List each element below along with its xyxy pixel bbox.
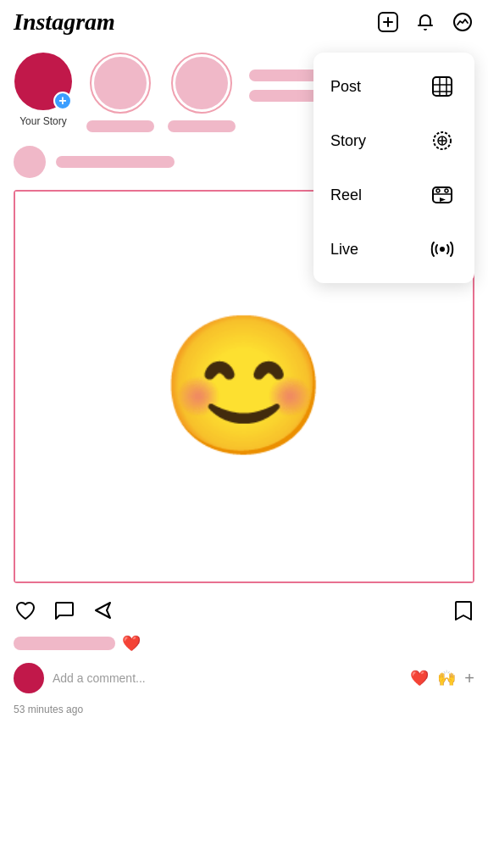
live-icon: [427, 234, 458, 264]
your-story-item[interactable]: + Your Story: [14, 53, 73, 127]
comment-user-avatar: [14, 663, 44, 693]
header: Instagram: [0, 0, 488, 44]
action-bar: [0, 590, 488, 631]
likes-bar: [14, 637, 115, 650]
dropdown-post[interactable]: Post: [313, 59, 474, 114]
messenger-icon[interactable]: [451, 10, 474, 34]
notifications-icon[interactable]: [413, 10, 437, 34]
feed-avatar-placeholder: [14, 146, 46, 178]
story-ring-3: [171, 53, 232, 114]
likes-heart-emoji: ❤️: [122, 634, 141, 653]
post-emoji: 😊: [159, 307, 329, 466]
action-icons-left: [14, 598, 115, 622]
add-emoji-button[interactable]: +: [464, 669, 474, 688]
comment-button[interactable]: [53, 598, 76, 622]
story-ring-2: [90, 53, 151, 114]
comment-emoji-icons: ❤️ 🙌 +: [410, 669, 474, 688]
dropdown-reel-label: Reel: [330, 186, 362, 204]
post-grid-icon: [427, 71, 458, 102]
header-icon-group: [376, 10, 474, 34]
dropdown-live-label: Live: [330, 241, 358, 259]
dropdown-post-label: Post: [330, 78, 361, 96]
reel-icon: [427, 180, 458, 210]
dropdown-story-label: Story: [330, 132, 366, 150]
dropdown-reel[interactable]: Reel: [313, 168, 474, 222]
dropdown-live[interactable]: Live: [313, 222, 474, 276]
svg-point-14: [436, 189, 440, 192]
svg-point-15: [445, 189, 448, 192]
story-name-bar-3: [168, 120, 236, 132]
dropdown-story[interactable]: Story: [313, 114, 474, 168]
story-avatar-2: [94, 57, 147, 109]
story-add-icon: [427, 125, 458, 156]
svg-marker-17: [440, 198, 446, 202]
story-avatar-3: [175, 57, 228, 109]
feed-name-placeholder: [56, 156, 175, 168]
add-comment-placeholder[interactable]: Add a comment...: [53, 671, 402, 685]
add-story-button[interactable]: +: [53, 92, 72, 110]
svg-point-18: [440, 247, 445, 252]
svg-rect-4: [433, 77, 452, 96]
story-name-bar-2: [86, 120, 154, 132]
instagram-logo: Instagram: [14, 8, 115, 36]
story-item-3[interactable]: [168, 53, 236, 132]
create-icon[interactable]: [376, 10, 400, 34]
hands-emoji-icon[interactable]: 🙌: [437, 669, 456, 687]
bookmark-button[interactable]: [452, 598, 474, 622]
your-story-avatar-wrap: +: [14, 53, 72, 110]
likes-row: ❤️: [0, 631, 488, 656]
post-timestamp: 53 minutes ago: [0, 700, 488, 726]
your-story-label: Your Story: [19, 115, 67, 127]
share-button[interactable]: [92, 598, 115, 622]
comment-row: Add a comment... ❤️ 🙌 +: [0, 656, 488, 700]
like-button[interactable]: [14, 598, 37, 622]
heart-emoji-icon[interactable]: ❤️: [410, 669, 429, 687]
dropdown-menu: Post Story Reel: [313, 53, 474, 283]
story-item-2[interactable]: [86, 53, 154, 132]
